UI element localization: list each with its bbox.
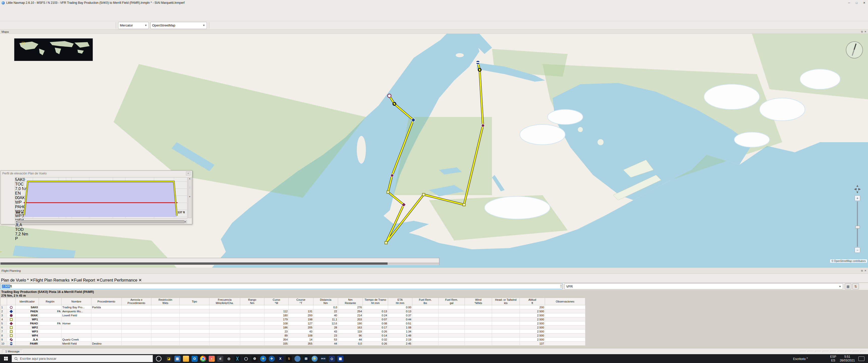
col-fuel-gal[interactable]: Fuel Rem.gal bbox=[438, 298, 465, 305]
app-icon bbox=[1, 1, 5, 4]
menu-item[interactable] bbox=[25, 8, 30, 9]
col-nm-restante[interactable]: NmRestante bbox=[338, 298, 363, 305]
flight-plan-title: Trading Bay Production (5AK0) Pista 16 a… bbox=[1, 290, 94, 294]
cortana-icon[interactable] bbox=[156, 356, 161, 362]
col-region[interactable]: Región bbox=[39, 298, 62, 305]
tab-close-icon[interactable]: ✕ bbox=[96, 278, 100, 282]
menu-item[interactable] bbox=[30, 8, 35, 9]
col-aerovia[interactable]: Aerovía oProcedimiento bbox=[122, 298, 151, 305]
chevron-down-icon: ▼ bbox=[835, 285, 841, 288]
col-distancia[interactable]: DistanciaNm bbox=[313, 298, 338, 305]
col-frecuencia[interactable]: FrecuenciaMHz/kHz/Cha. bbox=[210, 298, 240, 305]
menu-item[interactable] bbox=[40, 8, 45, 9]
clock[interactable]: 5:5126/03/2021 bbox=[840, 355, 855, 362]
zoom-slider-handle[interactable] bbox=[856, 226, 860, 229]
language-indicator[interactable]: ESPES bbox=[830, 355, 836, 362]
flight-rules-select[interactable]: VFR ▼ bbox=[564, 283, 843, 289]
route-course-label bbox=[0, 252, 1, 252]
profile-titlebar[interactable]: Perfil de elevación Plan de Vuelo ✕ bbox=[1, 171, 192, 176]
col-course-t[interactable]: Course°T bbox=[289, 298, 313, 305]
projection-select[interactable]: Mercator▼ bbox=[118, 22, 149, 29]
table-row[interactable]: 3 00AK Lowell Field 180 200 40 214 0:24 … bbox=[0, 314, 585, 318]
table-row[interactable]: 7 WP3 23 43 43 119 0:26 1:34 2.500 bbox=[0, 329, 585, 333]
menu-item[interactable] bbox=[20, 8, 25, 9]
compass-rose[interactable] bbox=[846, 41, 863, 59]
menu-item[interactable] bbox=[15, 8, 20, 9]
profile-vscrollbar[interactable]: ▲⋮▼ bbox=[188, 177, 191, 218]
elevation-profile-window[interactable]: Perfil de elevación Plan de Vuelo ✕ bbox=[0, 170, 192, 224]
zoom-in-button[interactable]: + bbox=[855, 195, 860, 201]
col-eta[interactable]: ETAhh:mm bbox=[388, 298, 412, 305]
zoom-out-button[interactable]: − bbox=[855, 247, 860, 253]
table-row[interactable]: 9 JLA Quartz Creek 354 14 53 44 0:32 2:1… bbox=[0, 337, 585, 341]
maximize-button[interactable]: □ bbox=[853, 0, 861, 5]
windows-taskbar: Escribe aquí para buscar ◪ ▥ O ◗ d ◎ ╳ ◯… bbox=[0, 354, 868, 363]
ruler-scrollbar-handle[interactable] bbox=[0, 262, 388, 265]
menu-item[interactable] bbox=[35, 8, 40, 9]
menu-item[interactable] bbox=[5, 8, 10, 9]
col-tipo[interactable]: Tipo bbox=[180, 298, 210, 305]
profile-hscrollbar[interactable]: ◀▶ bbox=[15, 220, 187, 223]
destination-elevation-label: 137 ft bbox=[178, 211, 185, 214]
map-dock-header: Mapa ⧉✕ bbox=[0, 30, 868, 34]
dock-float-icon[interactable]: ⧉ bbox=[861, 30, 863, 33]
tab-close-icon[interactable]: ✕ bbox=[138, 278, 142, 282]
table-row[interactable]: 6 WP2 186 205 28 163 0:17 1:08 2.500 bbox=[0, 325, 585, 329]
dock-close-icon[interactable]: ✕ bbox=[865, 269, 867, 272]
map-style-select[interactable]: OpenStreetMap▼ bbox=[150, 22, 207, 29]
profile-distance-ruler bbox=[0, 258, 439, 265]
col-restriccion[interactable]: Restricciónft/kts bbox=[151, 298, 180, 305]
table-row[interactable]: 1 5AK0 Trading Bay Pro... Partida 0,0 27… bbox=[0, 305, 585, 309]
col-identificador[interactable]: Identificador bbox=[16, 298, 39, 305]
dock-float-icon[interactable]: ⧉ bbox=[861, 269, 863, 272]
flight-planning-dock-title: Flight Planning bbox=[1, 269, 21, 272]
taskbar-search-input[interactable]: Escribe aquí para buscar bbox=[11, 355, 153, 362]
spinner-arrows-icon[interactable]: ▲▼ bbox=[560, 284, 562, 288]
zoom-slider[interactable] bbox=[857, 201, 858, 247]
profile-plot[interactable]: 5AK0 TOC7,0 Nm EN 00AK WP PAHO WP2 WP3 W… bbox=[15, 177, 187, 219]
toolbar-separator bbox=[209, 22, 209, 29]
pan-control[interactable]: ▲◀ ▶▼ bbox=[854, 184, 861, 194]
desktop-toolbar[interactable]: Escritorio » bbox=[793, 357, 808, 361]
table-row[interactable]: 4 WP1 179 198 11,1 203 0:07 0:44 2.500 bbox=[0, 318, 585, 321]
status-segment bbox=[830, 351, 837, 352]
col-tiempo-tramo[interactable]: Tiempo de Tramohh:mm bbox=[363, 298, 388, 305]
ruler-scrollbar[interactable] bbox=[0, 262, 439, 265]
minimize-button[interactable]: ─ bbox=[845, 0, 853, 5]
overview-map[interactable] bbox=[14, 38, 93, 61]
tab-close-icon[interactable]: ✕ bbox=[30, 278, 33, 282]
table-settings-button[interactable]: ▦ bbox=[845, 283, 851, 289]
menu-item[interactable] bbox=[0, 8, 5, 9]
menu-item[interactable] bbox=[45, 8, 51, 9]
table-sort-button[interactable]: ⇅ bbox=[852, 283, 859, 289]
notification-center-icon[interactable] bbox=[859, 357, 865, 361]
table-row[interactable]: 10 PAMR Merrill Field Destino 335 355 44… bbox=[0, 341, 585, 345]
profile-title: Perfil de elevación Plan de Vuelo bbox=[2, 172, 47, 175]
menu-item[interactable] bbox=[56, 8, 61, 9]
table-row[interactable]: 5 PAHO PA Homer 108 127 12,6 190 0:08 0:… bbox=[0, 321, 585, 325]
status-messages[interactable]: 1 Message bbox=[2, 350, 23, 354]
status-segment bbox=[861, 351, 867, 352]
status-bar: 1 Message bbox=[0, 348, 868, 354]
tab-close-icon[interactable]: ✕ bbox=[71, 278, 74, 282]
start-button[interactable] bbox=[0, 354, 11, 363]
flight-plan-summary: 276 Nm, 2 h 45 m bbox=[1, 294, 26, 297]
col-procedimiento[interactable]: Procedimiento bbox=[91, 298, 122, 305]
dock-close-icon[interactable]: ✕ bbox=[865, 30, 867, 33]
table-row[interactable]: 2 PAEN PA Aeropuerto Mu... 112 131 22 25… bbox=[0, 309, 585, 314]
col-observaciones[interactable]: Observaciones bbox=[545, 298, 585, 305]
cruise-altitude-input[interactable]: 2.500 ft ▲▼ bbox=[0, 284, 563, 289]
table-row[interactable]: 8 WP4 89 108 23 96 0:14 1:48 2.500 bbox=[0, 333, 585, 337]
col-curso-m[interactable]: Curso°M bbox=[265, 298, 289, 305]
col-nombre[interactable]: Nombre bbox=[62, 298, 91, 305]
menu-item[interactable] bbox=[51, 8, 56, 9]
close-button[interactable]: ✕ bbox=[861, 0, 868, 5]
col-altitud[interactable]: Altitudft bbox=[520, 298, 545, 305]
profile-close-icon[interactable]: ✕ bbox=[186, 171, 190, 175]
col-fuel-lbs[interactable]: Fuel Rem.lbs bbox=[412, 298, 438, 305]
col-headwind[interactable]: Head- or Tailwindkts bbox=[492, 298, 520, 305]
menu-item[interactable] bbox=[10, 8, 15, 9]
map-canvas[interactable]: PASVZNCPABG8AK5Z40PABVHYK15ZAQYPAVDPAWDP… bbox=[0, 34, 868, 268]
col-wind[interactable]: Wind°M/kts bbox=[465, 298, 492, 305]
col-rango[interactable]: RangoNm bbox=[240, 298, 265, 305]
